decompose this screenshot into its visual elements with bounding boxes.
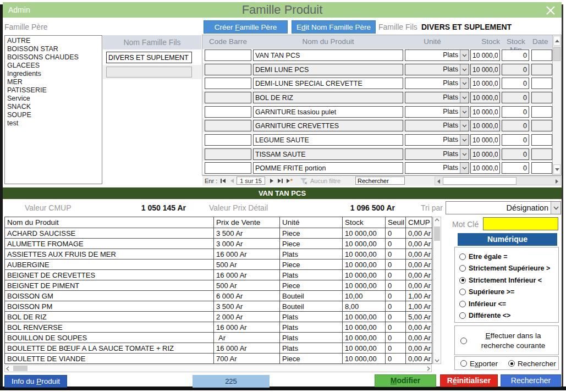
date-input[interactable] <box>531 120 552 131</box>
product-name-input[interactable] <box>253 148 403 160</box>
list-item[interactable]: GLACEES <box>7 62 102 70</box>
rechercher-button[interactable]: Rechercher <box>501 374 561 387</box>
scroll-left-icon[interactable] <box>6 365 9 372</box>
nav-prev-icon[interactable] <box>228 177 236 185</box>
scroll-left-icon[interactable] <box>435 178 442 185</box>
record-search-input[interactable] <box>355 176 405 185</box>
list-item[interactable]: SNACK <box>7 103 102 111</box>
unite-select[interactable]: Plats <box>405 49 469 61</box>
stock-input[interactable] <box>470 162 500 174</box>
list-item[interactable]: AUTRE <box>7 37 102 45</box>
date-input[interactable] <box>531 148 552 160</box>
table-row[interactable]: BEIGNET DE CREVETTES16 000 ArPlats10 000… <box>5 270 432 280</box>
stock-min-input[interactable] <box>502 64 529 75</box>
stock-input[interactable] <box>470 106 500 118</box>
stock-min-input[interactable] <box>502 106 529 118</box>
date-input[interactable] <box>531 49 552 61</box>
nom-famille-fils-input-empty[interactable] <box>106 67 192 78</box>
radio-icon[interactable] <box>459 301 466 307</box>
product-name-input[interactable] <box>253 78 403 89</box>
code-barre-input[interactable] <box>205 92 251 103</box>
stock-min-input[interactable] <box>502 134 529 146</box>
code-barre-input[interactable] <box>205 162 251 174</box>
radio-option[interactable]: Etre égale = <box>459 251 558 263</box>
exporter-option[interactable]: Exporter <box>460 360 498 367</box>
table-row[interactable]: BOL DE RIZ2 000 ArPlats10 000,0005,00 Ar <box>5 312 432 322</box>
info-du-produit-button[interactable]: Info du Produit <box>4 375 67 388</box>
scrollbar-thumb[interactable] <box>443 177 516 185</box>
top-table-vscrollbar[interactable] <box>552 35 561 175</box>
table-row[interactable]: BEIGNET DE PIMENT500 ArPiece10 000,0000,… <box>5 280 432 291</box>
radio-option[interactable]: Supérieure >= <box>459 286 558 299</box>
combo-arrow-icon[interactable] <box>460 120 469 131</box>
scroll-right-icon[interactable] <box>427 365 430 372</box>
unite-select[interactable]: Plats <box>405 92 469 103</box>
date-input[interactable] <box>531 78 552 89</box>
list-item[interactable]: Ingredients <box>7 70 102 78</box>
scroll-down-icon[interactable] <box>553 164 560 174</box>
stock-input[interactable] <box>470 64 500 75</box>
bottom-table-vscrollbar[interactable] <box>433 217 441 364</box>
creer-famille-pere-button[interactable]: Créer Famille Père <box>204 20 288 34</box>
list-item[interactable]: BOISSONS CHAUDES <box>7 53 102 62</box>
radio-icon[interactable] <box>459 253 466 260</box>
scrollbar-thumb[interactable] <box>434 227 440 241</box>
stock-input[interactable] <box>470 78 500 89</box>
radio-icon[interactable] <box>459 277 466 284</box>
nav-last-icon[interactable] <box>276 177 284 185</box>
list-item[interactable]: BOISSON STAR <box>7 45 102 53</box>
numerique-header[interactable]: Numérique <box>458 233 557 246</box>
radio-option[interactable]: Inférieur <= <box>459 298 558 310</box>
scroll-up-icon[interactable] <box>553 36 560 46</box>
combo-arrow-icon[interactable] <box>460 149 469 159</box>
code-barre-input[interactable] <box>205 64 251 75</box>
scroll-down-icon[interactable] <box>433 359 441 362</box>
product-name-input[interactable] <box>253 64 403 75</box>
tri-par-dropdown[interactable]: Désignation <box>446 201 561 214</box>
combo-arrow-icon[interactable] <box>460 78 469 89</box>
stock-min-input[interactable] <box>502 148 529 160</box>
nav-new-record-icon[interactable]: * <box>285 177 294 185</box>
nom-famille-fils-input[interactable] <box>106 52 192 63</box>
unite-select[interactable]: Plats <box>405 78 469 89</box>
date-input[interactable] <box>531 92 552 103</box>
scrollbar-thumb[interactable] <box>553 47 560 61</box>
stock-min-input[interactable] <box>502 49 529 61</box>
stock-input[interactable] <box>470 134 500 146</box>
unite-select[interactable]: Plats <box>405 162 469 174</box>
unite-select[interactable]: Plats <box>405 106 469 118</box>
product-name-input[interactable] <box>253 106 403 118</box>
combo-arrow-icon[interactable] <box>460 50 469 60</box>
table-row[interactable]: BOISSON GM6 000 ArBouteil10,0001,00 Ar <box>5 291 432 301</box>
table-row[interactable]: ASSIETTES AUX FRUIS DE MER16 000 ArPlats… <box>5 249 432 260</box>
unite-select[interactable]: Plats <box>405 120 469 131</box>
effectuer-recherche-option[interactable]: Effectuer dans larecherche courante <box>454 325 559 355</box>
product-name-input[interactable] <box>253 162 403 174</box>
reinitialiser-button[interactable]: Réinitialiser <box>440 374 498 387</box>
code-barre-input[interactable] <box>205 78 251 89</box>
famille-pere-listbox[interactable]: AUTRE BOISSON STAR BOISSONS CHAUDES GLAC… <box>4 35 102 184</box>
list-item[interactable]: MER <box>7 78 102 86</box>
date-input[interactable] <box>531 162 552 174</box>
scrollbar-thumb[interactable] <box>13 366 28 371</box>
combo-arrow-icon[interactable] <box>460 92 469 103</box>
radio-icon[interactable] <box>460 338 467 344</box>
radio-option[interactable]: Strictement Inférieur < <box>459 274 558 286</box>
radio-option[interactable]: Différente <> <box>459 310 558 322</box>
stock-min-input[interactable] <box>502 78 529 89</box>
stock-min-input[interactable] <box>502 120 529 131</box>
product-name-input[interactable] <box>253 49 403 61</box>
combo-arrow-icon[interactable] <box>551 202 560 214</box>
stock-input[interactable] <box>470 92 500 103</box>
list-item[interactable]: PATISSERIE <box>7 86 102 95</box>
list-item[interactable]: Service <box>7 95 102 103</box>
table-row[interactable]: BOISSON PM3 500 ArBouteil8,0001,00 Ar <box>5 301 432 312</box>
scroll-up-icon[interactable] <box>433 218 441 222</box>
scroll-right-icon[interactable] <box>553 178 560 185</box>
date-input[interactable] <box>531 64 552 75</box>
radio-icon[interactable] <box>459 289 466 295</box>
modifier-button[interactable]: Modifier <box>375 374 436 387</box>
filter-icon[interactable] <box>299 177 307 185</box>
radio-option[interactable]: Strictement Supérieure > <box>459 263 558 275</box>
product-name-input[interactable] <box>253 120 403 131</box>
